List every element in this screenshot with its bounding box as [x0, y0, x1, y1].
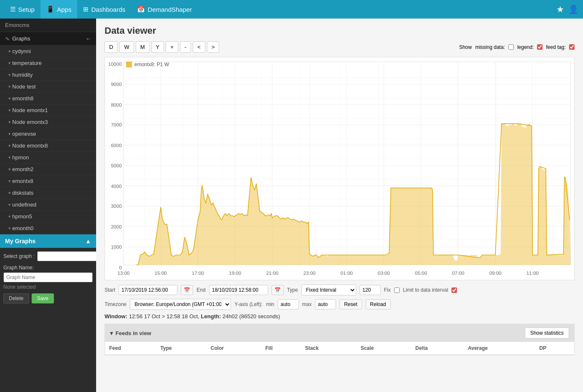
item-label-7: openevse — [12, 131, 36, 137]
limit-label: Limit to data interval — [403, 287, 448, 293]
timezone-select[interactable]: Browser: Europe/London (GMT +01:00) — [130, 299, 231, 310]
sidebar-item-emonth2[interactable]: ▾ emonth2 — [0, 164, 96, 175]
my-graphs-title: My Graphs — [5, 238, 35, 244]
svg-text:19:00: 19:00 — [229, 271, 241, 276]
svg-text:4000: 4000 — [111, 184, 122, 189]
topnav: ☰ Setup 📱 Apps ⊞ Dashboards 📅 DemandShap… — [0, 0, 583, 19]
btn-forward[interactable]: > — [207, 41, 220, 53]
svg-text:07:00: 07:00 — [452, 271, 464, 276]
graphs-back-icon[interactable]: ← — [86, 35, 91, 42]
legend-checkbox[interactable] — [537, 44, 543, 50]
svg-text:5000: 5000 — [111, 163, 122, 168]
arrow-icon-10: ▾ — [8, 167, 11, 172]
btn-y[interactable]: Y — [151, 41, 164, 53]
main-layout: Emoncms ∿ Graphs ← ▾ cydynni ▾ temperatu… — [0, 19, 583, 392]
sidebar-item-hpmon[interactable]: ▾ hpmon — [0, 152, 96, 164]
setup-label: Setup — [18, 6, 35, 13]
sidebar-item-diskstats[interactable]: ▾ diskstats — [0, 187, 96, 199]
graph-name-label: Graph Name: — [3, 265, 93, 271]
my-graphs-header[interactable]: My Graphs ▲ — [0, 234, 96, 248]
reload-button[interactable]: Reload — [365, 299, 391, 309]
item-label-8: Node emontx8 — [12, 142, 48, 149]
item-label-0: cydynni — [12, 48, 31, 54]
interval-input[interactable] — [360, 285, 381, 295]
delete-button[interactable]: Delete — [3, 293, 29, 303]
sidebar-item-hpmon5[interactable]: ▾ hpmon5 — [0, 211, 96, 223]
graphs-label: Graphs — [12, 35, 30, 42]
graph-name-input[interactable] — [3, 272, 93, 282]
btn-d[interactable]: D — [105, 41, 118, 53]
star-icon[interactable]: ★ — [556, 4, 564, 14]
start-calendar-button[interactable]: 📅 — [181, 285, 193, 295]
my-graphs-collapse-icon: ▲ — [85, 238, 91, 244]
col-delta: Delta — [411, 342, 464, 355]
sidebar-item-humidity[interactable]: ▾ humidity — [0, 69, 96, 81]
chart-legend: emontx8: P1 W — [126, 62, 169, 67]
btn-w[interactable]: W — [119, 41, 134, 53]
btn-zoom-out[interactable]: - — [180, 41, 191, 53]
nav-setup[interactable]: ☰ Setup — [4, 0, 40, 19]
feeds-collapse-icon[interactable]: ▾ — [110, 330, 113, 336]
topnav-right: ★ 👤 — [556, 4, 579, 14]
sidebar-item-temperature[interactable]: ▾ temperature — [0, 57, 96, 69]
arrow-icon-1: ▾ — [8, 61, 11, 65]
btn-zoom-in[interactable]: + — [166, 41, 178, 53]
save-button[interactable]: Save — [32, 293, 54, 303]
apps-label: Apps — [57, 6, 71, 13]
svg-text:9000: 9000 — [111, 82, 122, 87]
min-input[interactable] — [278, 299, 299, 309]
arrow-icon-8: ▾ — [8, 143, 11, 148]
arrow-icon-12: ▾ — [8, 191, 11, 195]
sidebar-graphs-header[interactable]: ∿ Graphs ← — [0, 32, 96, 46]
missing-data-checkbox[interactable] — [508, 44, 514, 50]
sidebar-item-emonth0[interactable]: ▾ emonth0 — [0, 223, 96, 234]
fix-checkbox[interactable] — [394, 287, 400, 293]
arrow-icon-3: ▾ — [8, 84, 11, 89]
item-label-1: temperature — [12, 60, 42, 66]
arrow-icon-9: ▾ — [8, 155, 11, 160]
select-graph-input[interactable] — [37, 251, 96, 261]
feed-tag-checkbox[interactable] — [569, 44, 575, 50]
sidebar-section-emoncms[interactable]: Emoncms — [0, 19, 96, 32]
sidebar-item-nodetest[interactable]: ▾ Node test — [0, 81, 96, 93]
btn-m[interactable]: M — [136, 41, 150, 53]
col-average: Average — [464, 342, 535, 355]
emoncms-label: Emoncms — [5, 22, 30, 28]
svg-text:01:00: 01:00 — [341, 271, 353, 276]
dashboards-label: Dashboards — [91, 6, 125, 13]
nav-demandshaper[interactable]: 📅 DemandShaper — [131, 0, 198, 19]
sidebar-item-emonth8[interactable]: ▾ emonth8 — [0, 93, 96, 105]
none-selected-text: None selected — [3, 284, 93, 290]
window-value: 12:56 17 Oct > 12:58 18 Oct, Length: 24h… — [129, 313, 280, 320]
type-select[interactable]: Fixed Interval Variable Interval — [301, 285, 356, 295]
svg-text:11:00: 11:00 — [527, 271, 539, 276]
user-icon[interactable]: 👤 — [568, 4, 579, 14]
reset-button[interactable]: Reset — [339, 299, 362, 309]
sidebar-item-emontx3[interactable]: ▾ Node emontx3 — [0, 116, 96, 128]
sidebar-item-openevse[interactable]: ▾ openevse — [0, 128, 96, 140]
end-calendar-button[interactable]: 📅 — [271, 285, 284, 295]
sidebar-item-cydynni[interactable]: ▾ cydynni — [0, 46, 96, 57]
feeds-header-title: ▾ Feeds in view — [110, 330, 151, 336]
sidebar-item-undefined[interactable]: ▾ undefined — [0, 199, 96, 211]
svg-text:03:00: 03:00 — [378, 271, 390, 276]
limit-checkbox[interactable] — [451, 287, 457, 293]
max-label: max — [302, 301, 312, 307]
item-label-3: Node test — [12, 83, 36, 90]
svg-text:05:00: 05:00 — [415, 271, 427, 276]
col-dp: DP — [535, 342, 574, 355]
sidebar-item-emontx8[interactable]: ▾ Node emontx8 — [0, 140, 96, 152]
max-input[interactable] — [315, 299, 336, 309]
nav-dashboards[interactable]: ⊞ Dashboards — [77, 0, 131, 19]
item-label-10: emonth2 — [12, 166, 34, 172]
svg-text:17:00: 17:00 — [192, 271, 204, 276]
arrow-icon-7: ▾ — [8, 132, 11, 136]
btn-back[interactable]: < — [193, 41, 205, 53]
sidebar-item-emontx8b[interactable]: ▾ emontx8 — [0, 175, 96, 187]
show-statistics-button[interactable]: Show statistics — [525, 328, 569, 338]
sidebar-item-emontx1[interactable]: ▾ Node emontx1 — [0, 105, 96, 116]
start-datetime-input[interactable] — [118, 285, 177, 295]
col-feed: Feed — [105, 342, 156, 355]
end-datetime-input[interactable] — [209, 285, 268, 295]
nav-apps[interactable]: 📱 Apps — [40, 0, 77, 19]
